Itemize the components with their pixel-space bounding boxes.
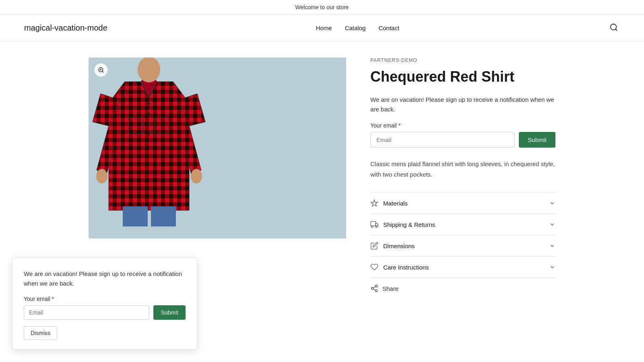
zoom-button[interactable] — [94, 63, 108, 77]
svg-point-26 — [376, 285, 378, 287]
share-icon — [370, 284, 378, 292]
nav-catalog[interactable]: Catalog — [345, 25, 366, 31]
submit-button[interactable]: Submit — [519, 132, 555, 148]
banner-text: Welcome to our store — [295, 4, 349, 10]
svg-point-25 — [376, 226, 377, 228]
pencil-icon — [370, 242, 378, 250]
accordion-materials[interactable]: Materials — [370, 192, 555, 214]
email-input[interactable] — [370, 132, 515, 148]
vacation-popup: We are on vacation! Please sign up to re… — [12, 257, 197, 309]
accordion-shipping-label: Shipping & Returns — [383, 221, 435, 228]
heart-icon — [370, 263, 378, 271]
site-header: magical-vacation-mode Home Catalog Conta… — [0, 15, 644, 41]
product-description: Classic mens plaid flannel shirt with lo… — [370, 159, 555, 179]
accordion-dimensions[interactable]: Dimensions — [370, 235, 555, 256]
header-actions — [608, 21, 620, 35]
accordion-care[interactable]: Care Instructions — [370, 256, 555, 278]
main-nav: Home Catalog Contact — [316, 25, 399, 32]
popup-submit-button[interactable]: Submit — [153, 305, 186, 309]
search-button[interactable] — [608, 21, 620, 35]
svg-line-1 — [615, 29, 617, 31]
product-title: Chequered Red Shirt — [370, 68, 555, 85]
nav-contact[interactable]: Contact — [378, 25, 399, 31]
svg-point-16 — [138, 58, 160, 82]
email-form: Submit — [370, 132, 555, 148]
truck-icon — [370, 220, 378, 228]
nav-home[interactable]: Home — [316, 25, 332, 31]
share-row[interactable]: Share — [370, 278, 555, 292]
product-vendor: PARTNERS-DEMO — [370, 58, 555, 63]
search-icon — [609, 23, 618, 32]
shirt-illustration — [89, 58, 209, 226]
chevron-down-icon — [549, 243, 555, 249]
svg-point-10 — [148, 103, 150, 105]
popup-email-input[interactable] — [24, 305, 149, 309]
svg-point-27 — [372, 288, 374, 290]
svg-rect-23 — [371, 222, 376, 226]
svg-rect-19 — [123, 206, 148, 226]
svg-line-30 — [373, 287, 376, 288]
accordion-materials-label: Materials — [383, 200, 408, 207]
svg-rect-20 — [151, 206, 176, 226]
popup-form: Submit — [24, 305, 186, 309]
product-image — [89, 58, 346, 239]
svg-point-28 — [376, 290, 378, 292]
popup-email-label: Your email * — [24, 296, 186, 302]
chevron-down-icon — [549, 264, 555, 270]
svg-point-22 — [191, 169, 202, 183]
site-logo[interactable]: magical-vacation-mode — [24, 23, 107, 33]
svg-point-11 — [148, 113, 150, 115]
svg-point-0 — [611, 24, 617, 30]
share-label: Share — [382, 285, 398, 292]
chevron-down-icon — [549, 221, 555, 228]
svg-point-13 — [148, 133, 150, 135]
popup-message: We are on vacation! Please sign up to re… — [24, 269, 186, 288]
vacation-notice: We are on vacation! Please sign up to re… — [370, 95, 555, 114]
announcement-banner: Welcome to our store — [0, 0, 644, 15]
accordion-dimensions-label: Dimensions — [383, 243, 415, 249]
svg-line-3 — [102, 71, 103, 72]
email-label: Your email * — [370, 122, 555, 129]
accordion-care-label: Care Instructions — [383, 264, 429, 271]
svg-point-21 — [96, 169, 107, 183]
sparkle-icon — [370, 199, 378, 207]
svg-point-24 — [372, 226, 373, 228]
product-info: PARTNERS-DEMO Chequered Red Shirt We are… — [370, 58, 555, 292]
svg-line-29 — [373, 289, 376, 290]
chevron-down-icon — [549, 200, 555, 206]
svg-point-12 — [148, 123, 150, 125]
zoom-icon — [98, 67, 104, 73]
accordion-shipping[interactable]: Shipping & Returns — [370, 214, 555, 235]
